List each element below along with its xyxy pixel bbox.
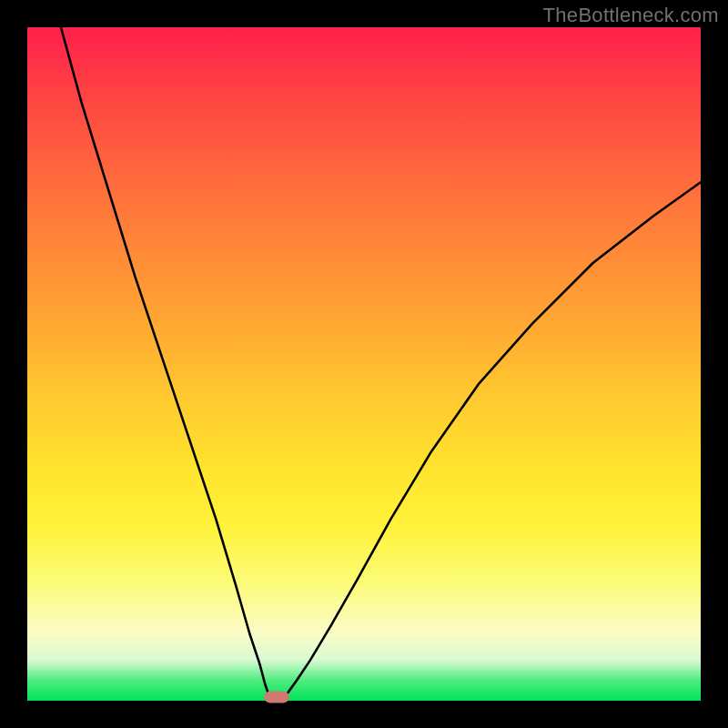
cusp-marker: [264, 692, 289, 703]
curve-right-branch: [283, 182, 701, 697]
bottleneck-curve: [27, 27, 701, 701]
chart-frame: TheBottleneck.com: [0, 0, 728, 728]
watermark-text: TheBottleneck.com: [543, 4, 719, 27]
plot-area: [27, 27, 701, 701]
curve-left-branch: [61, 27, 269, 697]
